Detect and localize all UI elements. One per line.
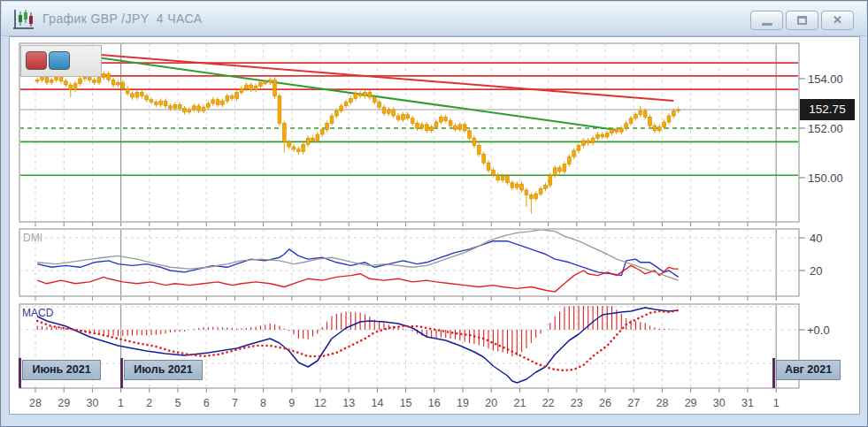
blue-marker-button[interactable]: [49, 51, 70, 70]
red-marker-button[interactable]: [26, 51, 47, 70]
chart-window: График GBP /JPY 4 ЧАСА ✕ DMI MACD 154.00…: [0, 0, 868, 427]
price-chart-canvas[interactable]: [1, 1, 868, 427]
